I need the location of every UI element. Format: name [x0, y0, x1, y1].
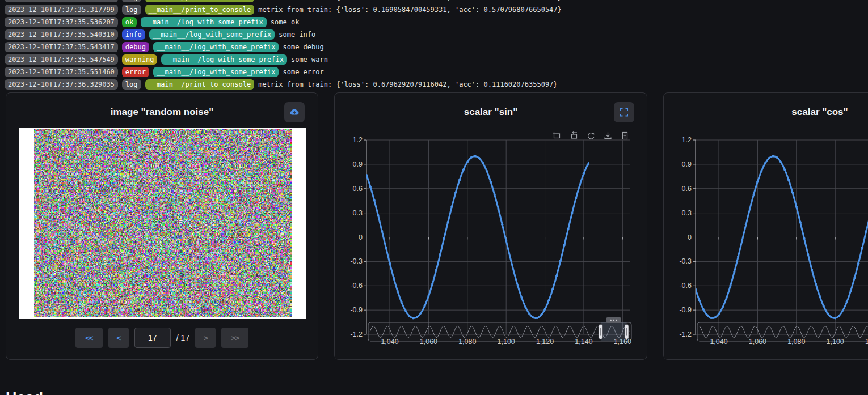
data-point — [524, 306, 526, 308]
data-point — [865, 230, 867, 232]
data-point — [466, 161, 469, 163]
log-row: 2023-12-10T17:37:35.317799log__main__/pr… — [5, 5, 868, 15]
data-point — [377, 214, 379, 216]
log-level-badge: info — [122, 29, 145, 40]
data-point — [795, 206, 798, 208]
sin-line-chart[interactable]: 1.20.90.60.30-0.3-0.6-0.9-1.21,0401,0601… — [335, 93, 648, 360]
log-timestamp-badge: 2023-12-10T17:37:35.551460 — [5, 67, 118, 77]
data-point — [722, 306, 724, 308]
x-tick-label: 1,100 — [498, 338, 515, 346]
log-level-badge: error — [122, 67, 149, 77]
log-row: 2023-12-10T17:37:36.329035log__main__/pr… — [5, 79, 868, 90]
data-point — [373, 199, 376, 201]
data-point — [819, 295, 821, 297]
next-page-button[interactable]: > — [195, 328, 216, 348]
data-point — [416, 316, 418, 318]
data-point — [490, 180, 492, 182]
y-tick-label: 0.3 — [353, 209, 363, 217]
x-tick-label: 1,080 — [787, 338, 805, 346]
y-tick-label: -0.9 — [679, 306, 692, 314]
y-tick-label: 0 — [359, 233, 363, 241]
data-point — [559, 260, 562, 262]
data-point — [803, 237, 805, 240]
data-point — [501, 223, 503, 226]
data-point — [482, 162, 484, 164]
data-point — [494, 193, 496, 196]
data-point — [729, 284, 731, 287]
log-message: metrix from train: {'loss': 0.1690584700… — [258, 6, 562, 14]
log-level-badge: warning — [122, 54, 158, 65]
log-message: some error — [283, 68, 323, 76]
data-point — [698, 299, 701, 301]
image-pagination: << < / 17 > >> — [6, 328, 318, 348]
x-tick-label: 1,060 — [420, 338, 437, 346]
y-tick-label: 0.3 — [682, 209, 692, 217]
data-point — [764, 162, 766, 164]
data-point — [760, 170, 762, 172]
data-point — [783, 168, 786, 171]
data-point — [799, 221, 802, 223]
x-tick-label: 1,040 — [710, 338, 727, 346]
data-point — [454, 191, 457, 193]
y-tick-label: 0.6 — [353, 185, 363, 193]
data-point — [435, 269, 437, 271]
data-point — [745, 223, 747, 226]
data-point — [741, 240, 743, 242]
data-point — [857, 262, 859, 264]
y-tick-label: 0.9 — [353, 160, 363, 168]
log-message: metrix from train: {'loss': 0.1690584700… — [258, 0, 562, 1]
first-page-button[interactable]: << — [75, 328, 103, 348]
log-module-badge: __main__/log_with_some_prefix — [153, 67, 279, 77]
data-point — [528, 313, 530, 315]
log-level-badge: log — [122, 5, 141, 15]
scalar-sin-card: scalar "sin" 1.20.90.60.30-0.3-0.6-0.9-1… — [334, 92, 647, 360]
x-tick-label: 1,060 — [749, 338, 766, 346]
log-row: 2023-12-10T17:37:35.317799log__main__/pr… — [5, 0, 868, 2]
y-tick-label: 1.2 — [682, 136, 692, 144]
data-point — [749, 208, 751, 210]
cos-line-chart[interactable]: 1.20.90.60.30-0.3-0.6-0.9-1.21,0401,0601… — [664, 93, 868, 360]
data-point — [571, 212, 573, 214]
page-number-input[interactable] — [134, 328, 171, 348]
x-tick-label: 1,120 — [865, 338, 868, 346]
y-tick-label: -0.6 — [679, 282, 692, 290]
log-module-badge: __main__/log_with_some_prefix — [149, 29, 275, 40]
log-module-badge: __main__/print_to_console — [145, 0, 255, 2]
data-point — [385, 247, 387, 249]
data-point — [555, 275, 558, 277]
data-point — [420, 312, 422, 314]
log-level-badge: ok — [122, 17, 137, 27]
log-row: 2023-12-10T17:37:35.540310info__main__/l… — [5, 29, 868, 40]
data-point — [567, 228, 570, 230]
log-row: 2023-12-10T17:37:35.536207ok__main__/log… — [5, 17, 868, 27]
log-module-badge: __main__/log_with_some_prefix — [141, 17, 267, 27]
log-timestamp-badge: 2023-12-10T17:37:36.329035 — [5, 79, 118, 90]
data-point — [694, 288, 697, 290]
data-point — [431, 283, 433, 285]
data-point — [587, 164, 589, 166]
image-card: image "random noise" << < / 17 > >> — [6, 92, 318, 360]
data-point — [547, 299, 550, 301]
grip-dot — [610, 320, 612, 321]
data-point — [563, 244, 566, 246]
y-tick-label: -0.3 — [679, 257, 692, 265]
cloud-download-icon — [289, 107, 300, 118]
x-tick-label: 1,160 — [614, 338, 631, 346]
data-point — [544, 308, 546, 311]
data-point — [733, 271, 735, 273]
download-image-button[interactable] — [284, 102, 305, 122]
data-point — [756, 180, 759, 182]
data-point — [365, 174, 368, 176]
data-point — [520, 296, 523, 299]
data-point — [470, 156, 473, 159]
log-module-badge: __main__/log_with_some_prefix — [153, 42, 279, 52]
y-tick-label: 0.6 — [682, 185, 692, 193]
last-page-button[interactable]: >> — [221, 328, 248, 348]
prev-page-button[interactable]: < — [108, 328, 129, 348]
log-message: some ok — [271, 18, 300, 26]
data-point — [575, 197, 577, 199]
data-point — [811, 269, 813, 271]
data-point — [513, 271, 515, 273]
log-level-badge: log — [122, 79, 141, 90]
log-timestamp-badge: 2023-12-10T17:37:35.317799 — [5, 0, 118, 2]
